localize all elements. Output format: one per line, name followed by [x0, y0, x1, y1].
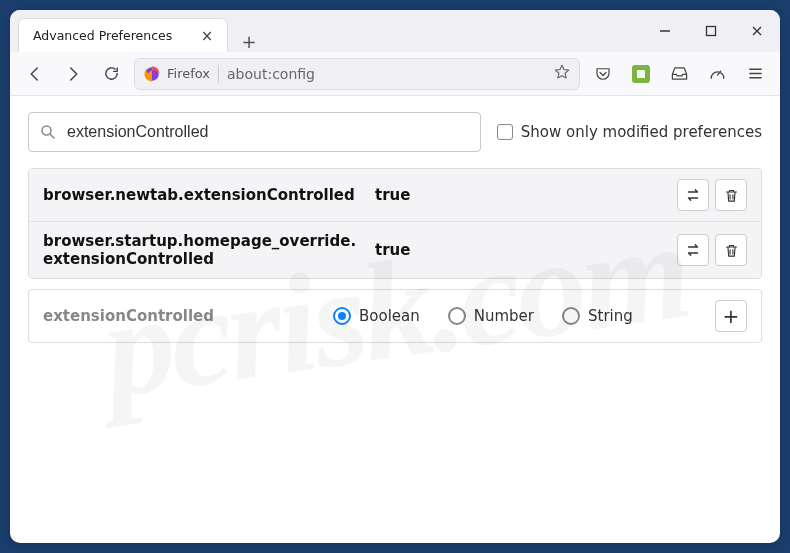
urlbar-identity: Firefox [143, 65, 219, 83]
page-content: Show only modified preferences browser.n… [10, 96, 780, 543]
trash-icon [723, 187, 740, 204]
radio-number[interactable]: Number [448, 307, 534, 325]
url-bar[interactable]: Firefox about:config [134, 58, 580, 90]
tab-strip: Advanced Preferences × + [10, 10, 642, 52]
svg-line-7 [50, 134, 54, 138]
plus-icon: + [723, 306, 740, 326]
app-menu-button[interactable] [740, 59, 770, 89]
pref-name: browser.startup.homepage_override.extens… [43, 232, 363, 268]
add-pref-button[interactable]: + [715, 300, 747, 332]
urlbar-identity-label: Firefox [167, 66, 210, 81]
new-pref-row: extensionControlled Boolean Number Strin… [28, 289, 762, 343]
pref-name: browser.newtab.extensionControlled [43, 186, 363, 204]
trash-icon [723, 242, 740, 259]
show-modified-label: Show only modified preferences [521, 123, 762, 141]
toggle-button[interactable] [677, 234, 709, 266]
pref-row: browser.startup.homepage_override.extens… [29, 222, 761, 278]
pref-actions [677, 179, 747, 211]
checkbox-icon [497, 124, 513, 140]
tab-title: Advanced Preferences [33, 28, 172, 43]
delete-button[interactable] [715, 179, 747, 211]
swap-icon [684, 241, 702, 259]
extension-button[interactable] [626, 59, 656, 89]
pocket-button[interactable] [588, 59, 618, 89]
reload-button[interactable] [96, 59, 126, 89]
titlebar: Advanced Preferences × + [10, 10, 780, 52]
search-input[interactable] [67, 123, 470, 141]
radio-icon [448, 307, 466, 325]
urlbar-text: about:config [227, 66, 545, 82]
radio-label: Number [474, 307, 534, 325]
pocket-icon [594, 65, 612, 83]
toolbar: Firefox about:config [10, 52, 780, 96]
minimize-button[interactable] [642, 10, 688, 52]
extension-badge-icon [632, 65, 650, 83]
new-pref-name: extensionControlled [43, 307, 323, 325]
delete-button[interactable] [715, 234, 747, 266]
radio-string[interactable]: String [562, 307, 633, 325]
radio-icon [562, 307, 580, 325]
pref-value: true [375, 241, 665, 259]
pref-row: browser.newtab.extensionControlled true [29, 169, 761, 222]
svg-rect-1 [707, 27, 716, 36]
window-controls [642, 10, 780, 52]
maximize-button[interactable] [688, 10, 734, 52]
bookmark-star-button[interactable] [553, 63, 571, 85]
firefox-icon [143, 65, 161, 83]
tab-close-button[interactable]: × [197, 26, 217, 46]
show-modified-checkbox[interactable]: Show only modified preferences [497, 123, 762, 141]
svg-rect-5 [637, 70, 645, 78]
toggle-button[interactable] [677, 179, 709, 211]
radio-label: Boolean [359, 307, 420, 325]
star-icon [553, 63, 571, 81]
back-button[interactable] [20, 59, 50, 89]
radio-label: String [588, 307, 633, 325]
search-icon [39, 123, 57, 141]
pref-actions [677, 234, 747, 266]
search-box[interactable] [28, 112, 481, 152]
gauge-icon [708, 64, 727, 83]
swap-icon [684, 186, 702, 204]
new-tab-button[interactable]: + [234, 31, 264, 52]
forward-button[interactable] [58, 59, 88, 89]
type-radio-group: Boolean Number String [333, 307, 705, 325]
reload-icon [103, 65, 120, 82]
arrow-right-icon [64, 65, 82, 83]
search-row: Show only modified preferences [28, 112, 762, 152]
arrow-left-icon [26, 65, 44, 83]
account-button[interactable] [702, 59, 732, 89]
svg-point-6 [42, 126, 51, 135]
app-window: Advanced Preferences × + [10, 10, 780, 543]
window-close-button[interactable] [734, 10, 780, 52]
inbox-button[interactable] [664, 59, 694, 89]
inbox-icon [670, 64, 689, 83]
hamburger-icon [747, 65, 764, 82]
radio-icon [333, 307, 351, 325]
tab-active[interactable]: Advanced Preferences × [18, 18, 228, 52]
pref-table: browser.newtab.extensionControlled true … [28, 168, 762, 279]
pref-value: true [375, 186, 665, 204]
radio-boolean[interactable]: Boolean [333, 307, 420, 325]
